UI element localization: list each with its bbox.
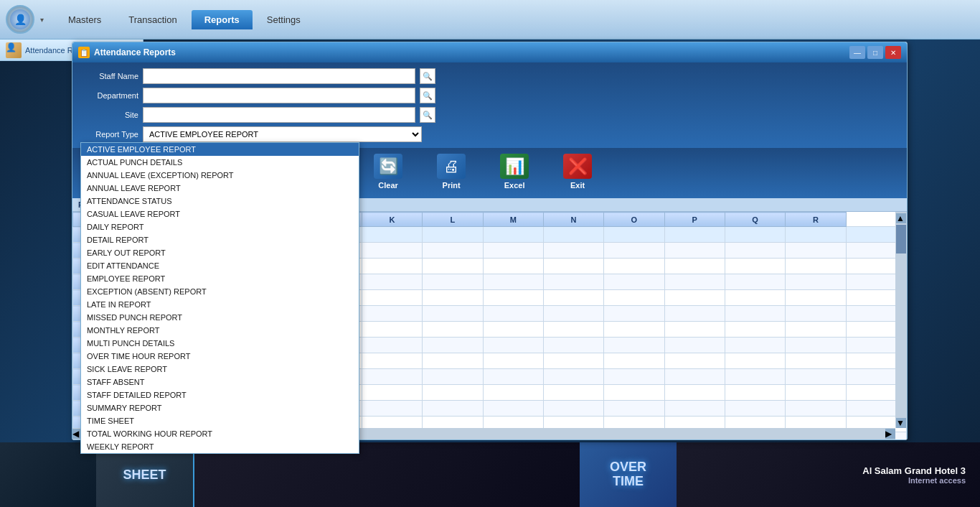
grid-cell[interactable] (543, 338, 603, 353)
grid-cell[interactable] (483, 259, 543, 274)
grid-cell[interactable] (604, 227, 664, 243)
dropdown-item[interactable]: MULTI PUNCH DETAILS (81, 337, 359, 350)
grid-cell[interactable] (604, 243, 664, 259)
close-button[interactable]: ✕ (885, 46, 901, 59)
grid-cell[interactable] (423, 322, 483, 338)
grid-cell[interactable] (362, 306, 422, 322)
department-input[interactable] (143, 88, 415, 103)
grid-cell[interactable] (786, 401, 846, 417)
dropdown-item[interactable]: TOTAL WORKING HOUR REPORT (81, 427, 359, 440)
dropdown-item[interactable]: EDIT ATTENDANCE (81, 259, 359, 272)
report-type-dropdown[interactable]: ACTIVE EMPLOYEE REPORTACTUAL PUNCH DETAI… (80, 142, 359, 454)
exit-button[interactable]: ❌ Exit (549, 151, 606, 192)
grid-cell[interactable] (543, 401, 603, 417)
grid-cell[interactable] (664, 401, 725, 417)
grid-cell[interactable] (725, 353, 785, 369)
grid-cell[interactable] (483, 369, 543, 385)
grid-cell[interactable] (786, 353, 846, 369)
grid-cell[interactable] (543, 353, 603, 369)
grid-cell[interactable] (483, 290, 543, 306)
dropdown-item[interactable]: ACTUAL PUNCH DETAILS (81, 156, 359, 169)
grid-cell[interactable] (725, 338, 785, 353)
clear-button[interactable]: 🔄 Clear (359, 151, 417, 192)
print-button[interactable]: 🖨 Print (423, 151, 480, 192)
grid-cell[interactable] (362, 243, 422, 259)
grid-cell[interactable] (664, 322, 725, 338)
grid-cell[interactable] (483, 401, 543, 417)
dropdown-item[interactable]: DETAIL REPORT (81, 233, 359, 246)
grid-cell[interactable] (362, 227, 422, 243)
grid-cell[interactable] (786, 290, 846, 306)
grid-cell[interactable] (423, 401, 483, 417)
grid-cell[interactable] (664, 227, 725, 243)
grid-cell[interactable] (483, 385, 543, 401)
site-input[interactable] (143, 107, 415, 123)
grid-cell[interactable] (664, 259, 725, 274)
grid-cell[interactable] (543, 322, 603, 338)
grid-cell[interactable] (725, 274, 785, 290)
dropdown-item[interactable]: EMPLOYEE REPORT (81, 272, 359, 285)
grid-cell[interactable] (786, 385, 846, 401)
grid-cell[interactable] (423, 369, 483, 385)
dropdown-item[interactable]: ANNUAL LEAVE (EXCEPTION) REPORT (81, 169, 359, 182)
grid-cell[interactable] (423, 338, 483, 353)
minimize-button[interactable]: — (849, 46, 865, 59)
maximize-button[interactable]: □ (867, 46, 883, 59)
grid-cell[interactable] (483, 306, 543, 322)
grid-cell[interactable] (664, 243, 725, 259)
grid-cell[interactable] (725, 306, 785, 322)
grid-cell[interactable] (604, 338, 664, 353)
grid-cell[interactable] (543, 227, 603, 243)
grid-cell[interactable] (786, 306, 846, 322)
bottom-tile-overtime[interactable]: OVER TIME (580, 442, 676, 507)
grid-cell[interactable] (483, 227, 543, 243)
scroll-thumb[interactable] (896, 225, 906, 254)
grid-cell[interactable] (786, 369, 846, 385)
dropdown-item[interactable]: TIME SHEET (81, 414, 359, 427)
nav-reports[interactable]: Reports (192, 10, 253, 29)
staff-search-button[interactable]: 🔍 (420, 68, 435, 84)
dropdown-item[interactable]: EXCEPTION (ABSENT) REPORT (81, 285, 359, 298)
dropdown-item[interactable]: STAFF ABSENT (81, 376, 359, 389)
grid-cell[interactable] (423, 274, 483, 290)
nav-settings[interactable]: Settings (254, 10, 314, 29)
dropdown-item[interactable]: LATE IN REPORT (81, 298, 359, 311)
grid-cell[interactable] (786, 322, 846, 338)
grid-cell[interactable] (483, 353, 543, 369)
grid-cell[interactable] (362, 322, 422, 338)
grid-cell[interactable] (725, 401, 785, 417)
grid-cell[interactable] (543, 243, 603, 259)
grid-cell[interactable] (725, 369, 785, 385)
grid-cell[interactable] (604, 401, 664, 417)
grid-cell[interactable] (423, 227, 483, 243)
grid-cell[interactable] (543, 369, 603, 385)
grid-cell[interactable] (362, 369, 422, 385)
dropdown-item[interactable]: ACTIVE EMPLOYEE REPORT (81, 143, 359, 156)
dropdown-item[interactable]: SUMMARY REPORT (81, 401, 359, 414)
grid-cell[interactable] (664, 369, 725, 385)
grid-cell[interactable] (604, 369, 664, 385)
grid-cell[interactable] (362, 385, 422, 401)
grid-cell[interactable] (604, 385, 664, 401)
grid-cell[interactable] (483, 243, 543, 259)
grid-cell[interactable] (664, 290, 725, 306)
grid-cell[interactable] (423, 385, 483, 401)
grid-cell[interactable] (423, 306, 483, 322)
grid-cell[interactable] (362, 338, 422, 353)
scroll-right-button[interactable]: ▶ (885, 429, 895, 439)
grid-cell[interactable] (362, 353, 422, 369)
grid-cell[interactable] (604, 353, 664, 369)
grid-cell[interactable] (604, 322, 664, 338)
grid-cell[interactable] (604, 259, 664, 274)
nav-transaction[interactable]: Transaction (116, 10, 189, 29)
grid-cell[interactable] (725, 322, 785, 338)
grid-cell[interactable] (423, 243, 483, 259)
grid-cell[interactable] (786, 243, 846, 259)
grid-cell[interactable] (664, 306, 725, 322)
grid-cell[interactable] (362, 401, 422, 417)
grid-cell[interactable] (786, 227, 846, 243)
nav-masters[interactable]: Masters (55, 10, 114, 29)
grid-cell[interactable] (423, 353, 483, 369)
grid-cell[interactable] (362, 259, 422, 274)
grid-cell[interactable] (664, 353, 725, 369)
